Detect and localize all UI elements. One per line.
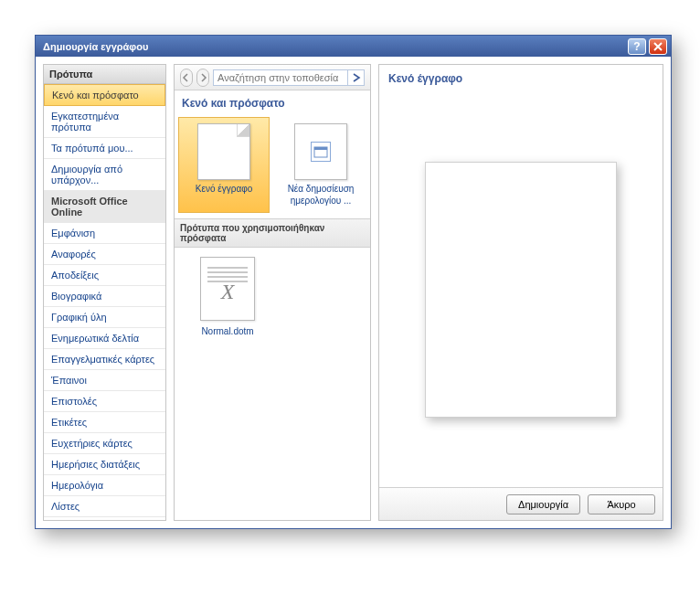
sidebar-item-label: Αναφορές xyxy=(51,249,96,260)
sidebar-item-label: Τα πρότυπά μου... xyxy=(51,143,133,154)
sidebar-item-label: Microsoft Office Online xyxy=(51,196,128,217)
sidebar-item-installed[interactable]: Εγκατεστημένα πρότυπα xyxy=(44,106,165,138)
sidebar-item-label: Ημερολόγια xyxy=(51,480,103,491)
dialog-title: Δημιουργία εγγράφου xyxy=(43,41,628,52)
search-go-icon[interactable] xyxy=(347,70,364,85)
sidebar-item-from-existing[interactable]: Δημιουργία από υπάρχον... xyxy=(44,159,165,191)
templates-sidebar: Πρότυπα Κενό και πρόσφατο Εγκατεστημένα … xyxy=(43,64,166,521)
sidebar-item-label: Ημερήσιες διατάξεις xyxy=(51,459,140,470)
recent-area: X Normal.dotm xyxy=(175,248,370,347)
close-icon[interactable] xyxy=(649,38,667,55)
sidebar-item-label: Ενημερωτικά δελτία xyxy=(51,333,139,344)
section-title: Κενό και πρόσφατο xyxy=(175,90,370,113)
template-file-icon: X xyxy=(200,257,255,321)
sidebar-item-resumes[interactable]: Βιογραφικά xyxy=(44,286,165,307)
sidebar-item-label: Επιστολές xyxy=(51,396,97,407)
sidebar-item-label: Εμφάνιση xyxy=(51,228,95,239)
sidebar-item-label: Λίστες xyxy=(51,501,80,512)
preview-body xyxy=(379,92,663,487)
sidebar-item-label: Έπαινοι xyxy=(51,375,87,386)
recent-template-label: Normal.dotm xyxy=(182,326,273,338)
sidebar-item-calendars[interactable]: Ημερολόγια xyxy=(44,475,165,496)
search-wrap xyxy=(213,69,365,86)
sidebar-item-blank-recent[interactable]: Κενό και πρόσφατο xyxy=(44,84,165,106)
template-label: Κενό έγγραφο xyxy=(181,184,267,196)
sidebar-item-newsletters[interactable]: Ενημερωτικά δελτία xyxy=(44,328,165,349)
svg-rect-1 xyxy=(314,147,327,150)
sidebar-item-receipts[interactable]: Αποδείξεις xyxy=(44,265,165,286)
calendar-post-icon xyxy=(294,123,347,180)
sidebar-item-label: Ευχετήριες κάρτες xyxy=(51,438,133,449)
sidebar-item-label: Επαγγελματικές κάρτες xyxy=(51,354,154,365)
nav-back-icon[interactable] xyxy=(180,69,193,87)
sidebar-section-office-online: Microsoft Office Online xyxy=(44,191,165,223)
create-button[interactable]: Δημιουργία xyxy=(506,494,580,514)
search-input[interactable] xyxy=(214,72,347,83)
template-calendar-post[interactable]: Νέα δημοσίευση ημερολογίου ... xyxy=(275,117,366,213)
new-document-dialog: Δημιουργία εγγράφου ? Πρότυπα Κενό και π… xyxy=(35,35,672,529)
sidebar-item-label: Βιογραφικά xyxy=(51,291,101,302)
sidebar-item-label: Δημιουργία από υπάρχον... xyxy=(51,164,122,186)
dialog-footer: Δημιουργία Άκυρο xyxy=(379,487,663,520)
titlebar: Δημιουργία εγγράφου ? xyxy=(36,36,671,57)
sidebar-item-my-templates[interactable]: Τα πρότυπά μου... xyxy=(44,138,165,159)
sidebar-header: Πρότυπα xyxy=(44,65,165,84)
template-blank-document[interactable]: Κενό έγγραφο xyxy=(178,117,270,213)
sidebar-item-reports[interactable]: Αναφορές xyxy=(44,244,165,265)
sidebar-item-label: Αποδείξεις xyxy=(51,270,99,281)
sidebar-item-labels[interactable]: Ετικέτες xyxy=(44,412,165,433)
template-label: Νέα δημοσίευση ημερολογίου ... xyxy=(278,184,364,207)
blank-doc-icon xyxy=(197,123,250,180)
sidebar-item-letters[interactable]: Επιστολές xyxy=(44,391,165,412)
sidebar-item-greeting-cards[interactable]: Ευχετήριες κάρτες xyxy=(44,433,165,454)
sidebar-item-lists[interactable]: Λίστες xyxy=(44,496,165,517)
sidebar-item-stationery[interactable]: Γραφική ύλη xyxy=(44,307,165,328)
preview-title: Κενό έγγραφο xyxy=(379,65,663,92)
recent-template-normal[interactable]: X Normal.dotm xyxy=(182,257,273,338)
sidebar-item-awards[interactable]: Έπαινοι xyxy=(44,370,165,391)
sidebar-item-gift-certs[interactable]: Πιστοποιητικά δώρων xyxy=(44,517,165,521)
sidebar-item-featured[interactable]: Εμφάνιση xyxy=(44,223,165,244)
template-row: Κενό έγγραφο Νέα δημοσίευση ημερολογίο xyxy=(175,113,370,218)
sidebar-item-label: Ετικέτες xyxy=(51,417,87,428)
sidebar-item-business-cards[interactable]: Επαγγελματικές κάρτες xyxy=(44,349,165,370)
sidebar-item-label: Γραφική ύλη xyxy=(51,312,107,323)
preview-panel: Κενό έγγραφο Δημιουργία Άκυρο xyxy=(378,64,663,521)
templates-panel: Κενό και πρόσφατο Κενό έγγραφο xyxy=(174,64,371,521)
help-icon[interactable]: ? xyxy=(628,38,646,55)
sidebar-item-label: Εγκατεστημένα πρότυπα xyxy=(51,111,119,133)
sidebar-item-label: Κενό και πρόσφατο xyxy=(52,90,139,101)
nav-forward-icon[interactable] xyxy=(196,69,209,87)
sidebar-item-agendas[interactable]: Ημερήσιες διατάξεις xyxy=(44,454,165,475)
preview-page-icon xyxy=(425,162,617,418)
recent-band: Πρότυπα που χρησιμοποιήθηκαν πρόσφατα xyxy=(175,218,370,248)
cancel-button[interactable]: Άκυρο xyxy=(588,494,655,514)
templates-toolbar xyxy=(175,65,370,90)
